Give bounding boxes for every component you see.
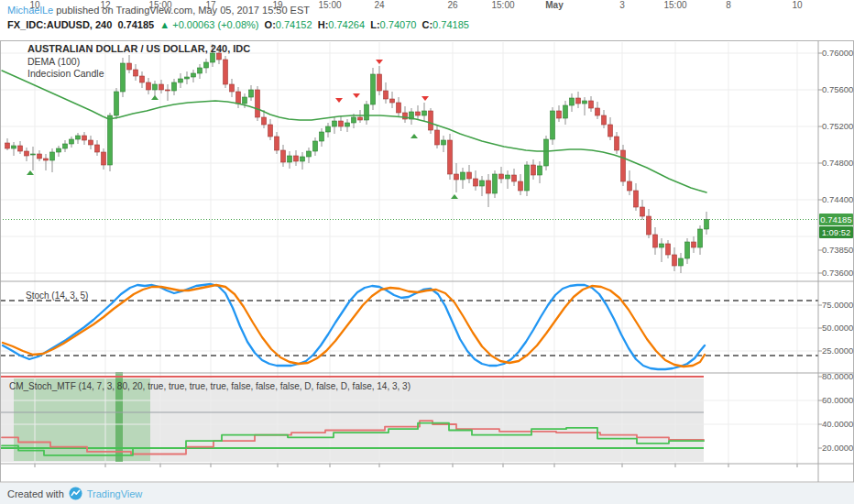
high-value: 0.74264: [328, 19, 365, 30]
bar-countdown-badge: 1:09:52: [819, 226, 853, 238]
close-value: 0.74185: [432, 19, 469, 30]
time-axis-label: 15:00: [663, 0, 686, 10]
symbol-title: FX_IDC:AUDUSD, 240: [7, 19, 112, 30]
credit-line: Created with TradingView: [7, 487, 142, 500]
price-axis-label: 0.73850: [822, 246, 853, 255]
price-axis-label: 0.76000: [822, 49, 853, 58]
price-axis-label: 0.74800: [822, 159, 853, 168]
time-axis-label: 15:00: [491, 0, 514, 10]
price-axis-label: 0.73600: [822, 268, 853, 278]
price-axis-label: 0.74400: [822, 195, 853, 204]
last-price: 0.74185: [117, 19, 154, 30]
tradingview-published-chart: MichaelLe published on TradingView.com, …: [0, 0, 854, 504]
current-price-badge: 0.74185: [819, 214, 853, 225]
time-axis-label: 19: [272, 0, 282, 10]
created-with-text: Created with: [7, 488, 64, 499]
stoch-axis-label: 25.0000: [822, 346, 853, 356]
tradingview-brand-link[interactable]: TradingView: [87, 488, 143, 499]
time-axis-label: 10: [29, 0, 39, 10]
tradingview-logo-icon: [69, 487, 82, 500]
stoch-pane-label: Stoch (14, 3, 5): [26, 290, 88, 301]
stoch-axis-label: 75.0000: [822, 301, 853, 310]
chart-title: AUSTRALIAN DOLLAR / US DOLLAR, 240, IDC: [27, 43, 250, 54]
lower-axis-label: 80.0000: [822, 372, 853, 381]
price-change: ▲ +0.00063 (+0.08%): [159, 19, 258, 30]
price-axis-label: 0.75600: [822, 85, 853, 94]
cm-stoch-mtf-pane-label: CM_Stoch_MTF (14, 7, 3, 80, 20, true, tr…: [9, 381, 411, 391]
time-axis-label: 12: [100, 0, 110, 10]
open-value: 0.74152: [276, 19, 312, 30]
open-label: O:: [265, 19, 276, 30]
price-axis-label: 0.75200: [822, 122, 853, 131]
lower-axis-label: 60.0000: [822, 396, 853, 405]
stoch-axis-label: 50.0000: [822, 323, 853, 333]
time-axis-label: 24: [374, 0, 384, 10]
time-axis-label: 8: [726, 0, 731, 10]
high-label: H:: [318, 19, 329, 30]
lower-axis-label: 20.0000: [822, 444, 853, 453]
time-axis-label: 10: [792, 0, 802, 10]
legend-dema: DEMA (100): [27, 56, 80, 67]
low-value: 0.74070: [380, 19, 417, 30]
time-axis-label: 17: [205, 0, 215, 10]
legend-indecision-candle: Indecision Candle: [27, 68, 104, 79]
time-axis-label: May: [545, 0, 563, 10]
lower-axis-label: 40.0000: [822, 420, 853, 429]
chart-canvas[interactable]: [0, 0, 854, 504]
time-axis-label: 3: [619, 0, 625, 10]
time-axis-label: 26: [447, 0, 457, 10]
low-label: L:: [370, 19, 379, 30]
close-label: C:: [422, 19, 433, 30]
time-axis-label: 15:00: [148, 0, 171, 10]
symbol-ohlc-row: FX_IDC:AUDUSD, 240 0.74185 ▲ +0.00063 (+…: [7, 19, 469, 30]
time-axis-label: 15:00: [318, 0, 341, 10]
